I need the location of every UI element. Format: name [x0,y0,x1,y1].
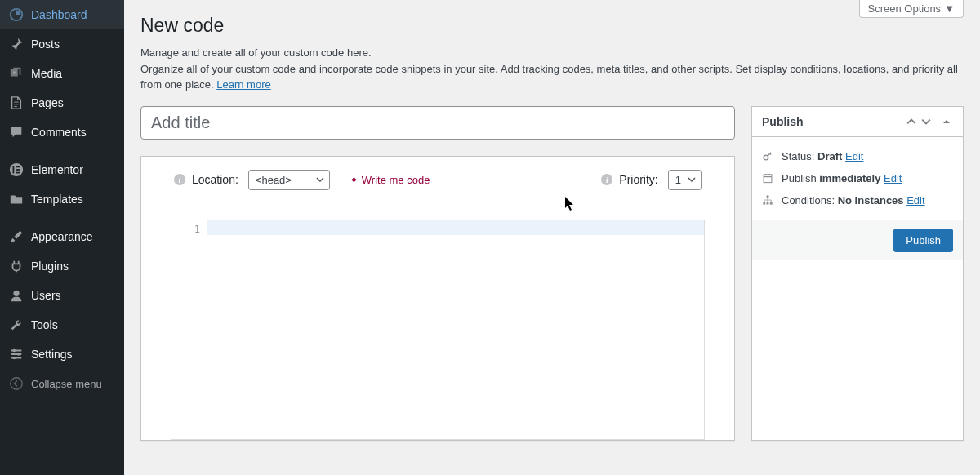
svg-point-9 [17,353,20,356]
sidebar-item-plugins[interactable]: Plugins [0,251,124,281]
svg-rect-17 [770,202,773,205]
brush-icon [8,229,24,245]
svg-rect-3 [13,166,15,174]
status-row: Status: Draft Edit [762,145,953,167]
screen-options-button[interactable]: Screen Options ▼ [859,0,964,18]
code-content[interactable] [207,220,704,439]
svg-rect-13 [764,175,772,183]
publish-heading: Publish [762,115,904,128]
move-down-button[interactable] [919,117,933,127]
sidebar-item-users[interactable]: Users [0,281,124,310]
write-me-code-button[interactable]: ✦ Write me code [350,174,430,186]
location-label: Location: [192,173,238,186]
sidebar-item-appearance[interactable]: Appearance [0,222,124,251]
status-value: Draft [817,150,842,162]
svg-point-1 [13,71,16,74]
publish-date-row: Publish immediately Edit [762,167,953,189]
sliders-icon [8,346,24,362]
sidebar-item-label: Settings [31,348,73,361]
conditions-row: Conditions: No instances Edit [762,189,953,211]
sidebar-item-templates[interactable]: Templates [0,184,124,214]
svg-point-8 [13,349,16,353]
page-title: New code [140,15,964,37]
admin-sidebar: Dashboard Posts Media Pages Comments Ele… [0,0,124,475]
line-number: 1 [172,224,200,235]
sidebar-item-settings[interactable]: Settings [0,340,124,369]
sidebar-item-label: Plugins [31,260,69,273]
svg-point-7 [13,291,19,296]
sitemap-icon [762,194,775,206]
publish-metabox: Publish Status: Draft Edit Publish immed… [751,106,964,441]
location-value: <head> [256,174,292,186]
user-icon [8,287,24,304]
svg-rect-6 [16,172,20,174]
sidebar-item-label: Comments [31,126,87,139]
sidebar-collapse-label: Collapse menu [31,378,102,390]
svg-rect-15 [763,202,765,205]
plug-icon [8,258,24,274]
sparkle-icon: ✦ [350,174,359,186]
sidebar-item-dashboard[interactable]: Dashboard [0,0,124,29]
calendar-icon [762,172,775,184]
chevron-down-icon [316,175,324,184]
svg-rect-5 [16,169,20,171]
editor-panel: i Location: <head> ✦ Write me code [140,156,735,441]
sidebar-item-label: Templates [31,193,83,206]
sidebar-item-label: Dashboard [31,8,87,21]
elementor-icon [8,162,24,178]
sidebar-item-elementor[interactable]: Elementor [0,155,124,184]
title-input[interactable] [140,106,735,140]
dashboard-icon [8,7,24,23]
learn-more-link[interactable]: Learn more [216,78,270,91]
sidebar-item-media[interactable]: Media [0,59,124,88]
code-editor[interactable]: 1 [171,220,705,440]
active-line [207,220,704,235]
folder-icon [8,191,24,207]
toggle-panel-button[interactable] [940,118,953,126]
page-icon [8,95,24,111]
sidebar-item-label: Posts [31,38,60,51]
status-edit-link[interactable]: Edit [845,150,863,162]
sidebar-item-tools[interactable]: Tools [0,310,124,340]
sidebar-collapse[interactable]: Collapse menu [0,369,124,398]
svg-rect-16 [767,202,769,205]
comment-icon [8,124,24,140]
collapse-icon [8,375,24,392]
publish-header: Publish [752,107,963,137]
sidebar-item-label: Users [31,289,61,302]
sidebar-item-label: Pages [31,96,64,109]
line-gutter: 1 [172,220,207,439]
priority-select[interactable]: 1 [668,170,702,190]
media-icon [8,65,24,82]
conditions-edit-link[interactable]: Edit [906,194,924,206]
key-icon [762,150,775,162]
info-icon: i [601,174,612,185]
move-up-button[interactable] [904,117,919,127]
wrench-icon [8,317,24,333]
screen-options-label: Screen Options [868,2,942,15]
info-icon: i [174,174,185,185]
publish-button[interactable]: Publish [893,229,953,252]
location-select[interactable]: <head> [248,170,330,190]
svg-rect-14 [767,195,769,198]
svg-point-12 [764,155,768,160]
caret-down-icon: ▼ [944,2,955,15]
sidebar-item-comments[interactable]: Comments [0,118,124,147]
publish-date-edit-link[interactable]: Edit [884,172,902,184]
editor-toolbar: i Location: <head> ✦ Write me code [141,157,734,203]
page-description: Manage and create all of your custom cod… [140,45,964,93]
sidebar-item-pages[interactable]: Pages [0,88,124,118]
chevron-down-icon [688,175,696,184]
svg-point-11 [11,378,22,389]
main-content: Screen Options ▼ New code Manage and cre… [124,0,980,475]
sidebar-item-label: Tools [31,318,58,331]
svg-point-10 [13,357,16,360]
sidebar-item-posts[interactable]: Posts [0,29,124,59]
write-code-label: Write me code [362,174,430,186]
priority-label: Priority: [619,173,657,186]
sidebar-item-label: Elementor [31,163,83,176]
pin-icon [8,36,24,52]
sidebar-item-label: Appearance [31,230,93,243]
sidebar-item-label: Media [31,67,62,80]
conditions-value: No instances [838,194,904,206]
